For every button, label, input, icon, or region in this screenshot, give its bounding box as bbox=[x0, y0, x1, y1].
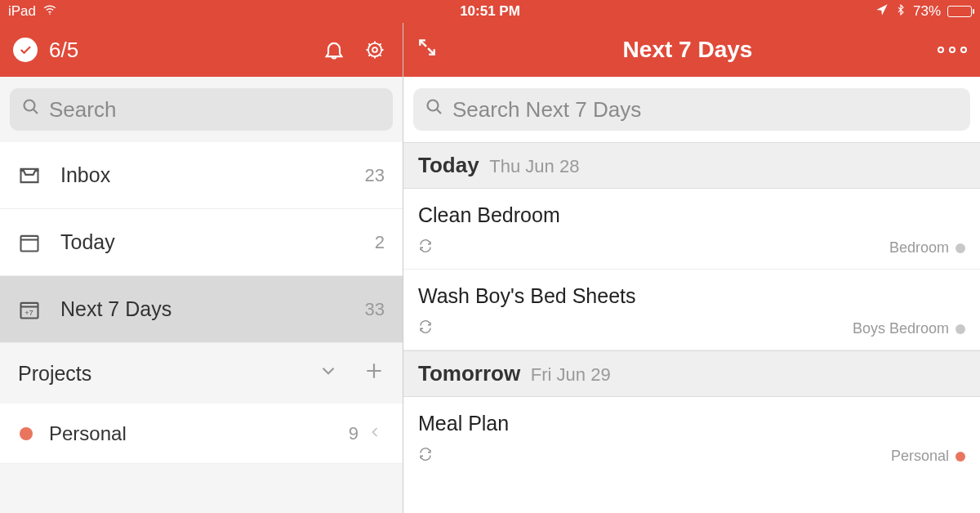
task-project-label: Bedroom bbox=[889, 239, 949, 256]
battery-percent: 73% bbox=[913, 3, 941, 20]
bluetooth-icon bbox=[895, 3, 906, 20]
expand-icon[interactable] bbox=[416, 37, 438, 64]
task-project-label: Personal bbox=[891, 448, 949, 465]
svg-point-8 bbox=[428, 100, 439, 110]
svg-line-9 bbox=[437, 109, 441, 114]
task-row[interactable]: Meal Plan Personal bbox=[403, 397, 980, 477]
task-row[interactable]: Clean Bedroom Bedroom bbox=[403, 189, 980, 270]
nav-label: Inbox bbox=[60, 163, 365, 187]
location-icon bbox=[875, 3, 889, 20]
page-title: Next 7 Days bbox=[438, 37, 938, 63]
task-name: Clean Bedroom bbox=[418, 203, 965, 227]
task-project[interactable]: Bedroom bbox=[889, 239, 965, 256]
svg-line-4 bbox=[33, 109, 38, 114]
section-header-tomorrow: Tomorrow Fri Jun 29 bbox=[403, 350, 980, 397]
project-color-dot bbox=[956, 243, 965, 253]
search-icon bbox=[425, 97, 444, 123]
recurring-icon bbox=[418, 447, 433, 466]
main-header: Next 7 Days bbox=[403, 23, 980, 77]
section-date: Thu Jun 28 bbox=[489, 156, 579, 176]
more-options-button[interactable] bbox=[938, 47, 967, 53]
karma-count[interactable]: 6/5 bbox=[49, 38, 78, 63]
app-logo[interactable] bbox=[13, 38, 38, 62]
section-title: Today bbox=[418, 153, 479, 177]
section-header-today: Today Thu Jun 28 bbox=[403, 142, 980, 189]
main-search-placeholder: Search Next 7 Days bbox=[452, 97, 641, 123]
nav-label: Today bbox=[60, 230, 375, 254]
sidebar-pane: 6/5 Search bbox=[0, 23, 403, 513]
svg-point-1 bbox=[368, 43, 381, 56]
chevron-down-icon[interactable] bbox=[318, 360, 339, 386]
projects-label: Projects bbox=[18, 362, 293, 386]
nav-item-inbox[interactable]: Inbox 23 bbox=[0, 142, 403, 209]
projects-heading[interactable]: Projects bbox=[0, 343, 403, 404]
project-color-dot bbox=[20, 427, 33, 440]
svg-text:+7: +7 bbox=[24, 309, 33, 317]
nav-item-next-7-days[interactable]: +7 Next 7 Days 33 bbox=[0, 276, 403, 343]
project-color-dot bbox=[956, 324, 965, 334]
settings-gear-icon[interactable] bbox=[360, 35, 390, 65]
add-project-button[interactable] bbox=[363, 360, 385, 386]
recurring-icon bbox=[418, 239, 433, 257]
nav-item-today[interactable]: Today 2 bbox=[0, 209, 403, 276]
status-bar: iPad 10:51 PM 73% bbox=[0, 0, 980, 23]
project-label: Personal bbox=[49, 422, 349, 445]
nav-count: 2 bbox=[375, 232, 385, 253]
task-project-label: Boys Bedroom bbox=[853, 320, 949, 337]
task-name: Wash Boy's Bed Sheets bbox=[418, 284, 965, 308]
wifi-icon bbox=[42, 2, 57, 21]
svg-point-0 bbox=[49, 13, 51, 15]
main-search-input[interactable]: Search Next 7 Days bbox=[413, 88, 970, 131]
chevron-left-icon bbox=[367, 422, 383, 445]
svg-point-3 bbox=[24, 100, 35, 110]
project-color-dot bbox=[956, 452, 965, 462]
recurring-icon bbox=[418, 319, 433, 338]
nav-label: Next 7 Days bbox=[60, 297, 365, 321]
project-count: 9 bbox=[349, 423, 359, 444]
battery-icon bbox=[947, 6, 972, 17]
sidebar-header: 6/5 bbox=[0, 23, 403, 77]
main-pane: Next 7 Days Search Next 7 Days Today Thu… bbox=[403, 23, 980, 513]
svg-point-2 bbox=[372, 47, 377, 52]
search-icon bbox=[21, 97, 41, 123]
inbox-icon bbox=[18, 164, 47, 187]
calendar-week-icon: +7 bbox=[18, 298, 47, 321]
project-item-personal[interactable]: Personal 9 bbox=[0, 404, 403, 464]
task-project[interactable]: Personal bbox=[891, 448, 965, 465]
notifications-icon[interactable] bbox=[319, 35, 349, 65]
svg-rect-5 bbox=[21, 235, 38, 251]
sidebar-search-input[interactable]: Search bbox=[10, 88, 393, 131]
nav-count: 33 bbox=[365, 299, 385, 320]
section-title: Tomorrow bbox=[418, 361, 520, 386]
task-name: Meal Plan bbox=[418, 412, 965, 435]
sidebar-search-placeholder: Search bbox=[49, 97, 116, 123]
calendar-today-icon bbox=[18, 231, 47, 254]
clock: 10:51 PM bbox=[460, 3, 520, 20]
task-project[interactable]: Boys Bedroom bbox=[853, 320, 965, 337]
section-date: Fri Jun 29 bbox=[531, 364, 611, 385]
task-row[interactable]: Wash Boy's Bed Sheets Boys Bedroom bbox=[403, 270, 980, 350]
nav-count: 23 bbox=[365, 165, 385, 186]
device-label: iPad bbox=[8, 3, 36, 20]
